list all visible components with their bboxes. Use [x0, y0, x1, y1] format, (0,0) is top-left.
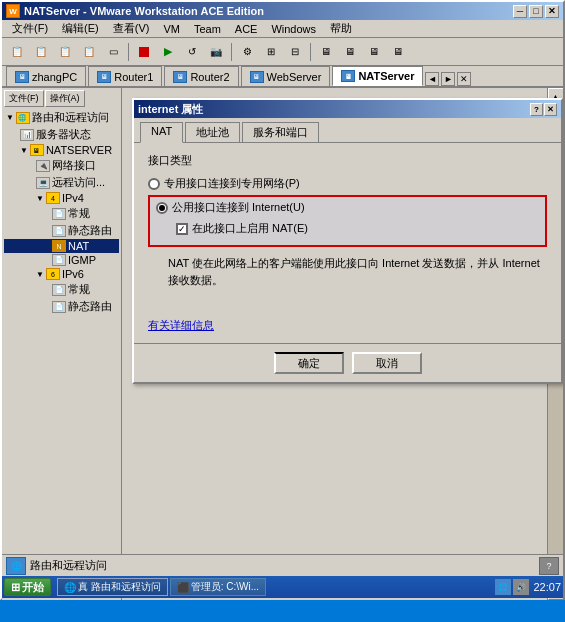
menu-file[interactable]: 文件(F)	[6, 19, 54, 38]
tree-icon-routing: 🌐	[16, 112, 30, 124]
toolbar-btn-11[interactable]: 🖥	[363, 41, 385, 63]
tree-icon-remote: 💻	[36, 177, 50, 189]
radio-group: 专用接口连接到专用网络(P) 公用接口连接到 Internet(U)	[148, 176, 547, 247]
separator-1	[128, 43, 129, 61]
menu-windows[interactable]: Windows	[265, 21, 322, 37]
maximize-button[interactable]: □	[529, 5, 543, 18]
status-icon-routing: 🌐	[6, 557, 26, 575]
tray-speaker-icon[interactable]: 🔊	[513, 579, 529, 595]
sidebar-toolbar: 文件(F) 操作(A)	[4, 90, 119, 107]
tree-toggle-routing[interactable]: ▼	[6, 113, 14, 122]
toolbar-btn-1[interactable]: 📋	[6, 41, 28, 63]
checkbox-nat-input[interactable]	[176, 223, 188, 235]
radio-private[interactable]: 专用接口连接到专用网络(P)	[148, 176, 547, 191]
section-interface-type: 接口类型	[148, 153, 547, 168]
tab-close-arrow[interactable]: ✕	[457, 72, 471, 86]
tree-item-nat[interactable]: N NAT	[4, 239, 119, 253]
toolbar-restart-btn[interactable]: ↺	[181, 41, 203, 63]
radio-private-input[interactable]	[148, 178, 160, 190]
radio-public-box: 公用接口连接到 Internet(U) 在此接口上启用 NAT(E)	[148, 195, 547, 247]
toolbar-btn-12[interactable]: 🖥	[387, 41, 409, 63]
dialog-title-text: internet 属性	[138, 102, 203, 117]
toolbar-btn-8[interactable]: ⊟	[284, 41, 306, 63]
tab-zhangpc[interactable]: 🖥 zhangPC	[6, 66, 86, 86]
tree-item-natserver[interactable]: ▼ 🖥 NATSERVER	[4, 143, 119, 157]
tree-icon-igmp: 📄	[52, 254, 66, 266]
tree-item-routing[interactable]: ▼ 🌐 路由和远程访问	[4, 109, 119, 126]
toolbar-btn-4[interactable]: 📋	[78, 41, 100, 63]
checkbox-enable-nat[interactable]: 在此接口上启用 NAT(E)	[176, 221, 539, 236]
checkbox-nat-label: 在此接口上启用 NAT(E)	[192, 221, 308, 236]
nat-description: NAT 使在此网络上的客户端能使用此接口向 Internet 发送数据，并从 I…	[168, 255, 547, 288]
toolbar-btn-5[interactable]: ▭	[102, 41, 124, 63]
radio-public-label: 公用接口连接到 Internet(U)	[172, 200, 305, 215]
tree-item-common1[interactable]: 📄 常规	[4, 205, 119, 222]
start-icon: ⊞	[11, 581, 20, 594]
tree-item-ipv6[interactable]: ▼ 6 IPv6	[4, 267, 119, 281]
main-window: W NATServer - VMware Workstation ACE Edi…	[0, 0, 565, 600]
tree-icon-common1: 📄	[52, 208, 66, 220]
dialog-tab-address[interactable]: 地址池	[185, 122, 240, 142]
tree-item-static-route2[interactable]: 📄 静态路由	[4, 298, 119, 315]
dialog-tab-nat[interactable]: NAT	[140, 122, 183, 143]
tab-router1[interactable]: 🖥 Router1	[88, 66, 162, 86]
tree-toggle-ipv6[interactable]: ▼	[36, 270, 44, 279]
tree-item-igmp[interactable]: 📄 IGMP	[4, 253, 119, 267]
radio-public-input[interactable]	[156, 202, 168, 214]
tab-webserver[interactable]: 🖥 WebServer	[241, 66, 331, 86]
tree-toggle-natserver[interactable]: ▼	[20, 146, 28, 155]
close-button[interactable]: ✕	[545, 5, 559, 18]
radio-public[interactable]: 公用接口连接到 Internet(U)	[156, 200, 539, 215]
toolbar-btn-7[interactable]: ⊞	[260, 41, 282, 63]
toolbar-btn-6[interactable]: ⚙	[236, 41, 258, 63]
dialog-title-buttons: ? ✕	[530, 103, 557, 116]
toolbar-btn-2[interactable]: 📋	[30, 41, 52, 63]
dialog-tab-service[interactable]: 服务和端口	[242, 122, 319, 142]
menu-edit[interactable]: 编辑(E)	[56, 19, 105, 38]
cancel-button[interactable]: 取消	[352, 352, 422, 374]
start-button[interactable]: ⊞ 开始	[4, 578, 51, 596]
tree-item-network-if[interactable]: 🔌 网络接口	[4, 157, 119, 174]
menu-help[interactable]: 帮助	[324, 19, 358, 38]
tree-item-static-route[interactable]: 📄 静态路由	[4, 222, 119, 239]
menu-ace[interactable]: ACE	[229, 21, 264, 37]
tree-item-ipv4[interactable]: ▼ 4 IPv4	[4, 191, 119, 205]
detail-info-link[interactable]: 有关详细信息	[148, 318, 547, 333]
minimize-button[interactable]: ─	[513, 5, 527, 18]
tab-router2[interactable]: 🖥 Router2	[164, 66, 238, 86]
taskbar-item-admin[interactable]: ⬛ 管理员: C:\Wi...	[170, 578, 266, 596]
title-bar-buttons: ─ □ ✕	[513, 5, 559, 18]
tree-toggle-ipv4[interactable]: ▼	[36, 194, 44, 203]
sidebar: 文件(F) 操作(A) ▼ 🌐 路由和远程访问 📊 服务器状态 ▼ 🖥 NATS…	[2, 88, 122, 600]
app-icon: W	[6, 4, 20, 18]
tab-prev-arrow[interactable]: ◄	[425, 72, 439, 86]
taskbar-item-routing[interactable]: 🌐 真 路由和远程访问	[57, 578, 168, 596]
tree-item-remote-access[interactable]: 💻 远程访问...	[4, 174, 119, 191]
tree-icon-static: 📄	[52, 225, 66, 237]
ok-button[interactable]: 确定	[274, 352, 344, 374]
sidebar-btn-file[interactable]: 文件(F)	[4, 90, 44, 107]
toolbar-btn-10[interactable]: 🖥	[339, 41, 361, 63]
separator-3	[310, 43, 311, 61]
toolbar-stop-btn[interactable]	[133, 41, 155, 63]
tree: ▼ 🌐 路由和远程访问 📊 服务器状态 ▼ 🖥 NATSERVER 🔌 网络接口	[4, 109, 119, 315]
toolbar-snapshot-btn[interactable]: 📷	[205, 41, 227, 63]
sidebar-btn-action[interactable]: 操作(A)	[45, 90, 85, 107]
menu-team[interactable]: Team	[188, 21, 227, 37]
tree-item-server-status[interactable]: 📊 服务器状态	[4, 126, 119, 143]
tray-network-icon[interactable]: 🌐	[495, 579, 511, 595]
tab-next-arrow[interactable]: ►	[441, 72, 455, 86]
dialog-help-button[interactable]: ?	[530, 103, 543, 116]
tree-item-common2[interactable]: 📄 常规	[4, 281, 119, 298]
toolbar-btn-3[interactable]: 📋	[54, 41, 76, 63]
tree-icon-static2: 📄	[52, 301, 66, 313]
tab-icon-router2: 🖥	[173, 71, 187, 83]
menu-vm[interactable]: VM	[157, 21, 186, 37]
tab-natserver[interactable]: 🖥 NATServer	[332, 66, 423, 86]
title-bar-left: W NATServer - VMware Workstation ACE Edi…	[6, 4, 264, 18]
menu-view[interactable]: 查看(V)	[107, 19, 156, 38]
toolbar-btn-9[interactable]: 🖥	[315, 41, 337, 63]
toolbar-pause-btn[interactable]: ▶	[157, 41, 179, 63]
start-label: 开始	[22, 580, 44, 595]
dialog-close-button[interactable]: ✕	[544, 103, 557, 116]
